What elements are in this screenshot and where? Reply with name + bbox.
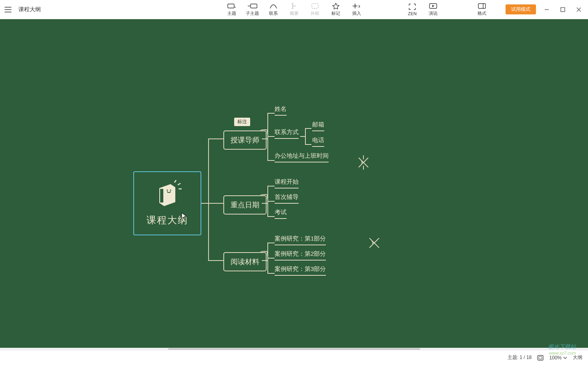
annotation-tag[interactable]: 标注 (234, 118, 250, 126)
window-close[interactable] (573, 4, 585, 16)
window-controls (541, 4, 585, 16)
svg-point-8 (170, 189, 171, 191)
fit-icon (537, 355, 544, 361)
topic-icon (227, 2, 237, 10)
connector (262, 203, 267, 204)
tool-topic[interactable]: 主题 (225, 2, 239, 16)
leaf-contact[interactable]: 联系方式 (275, 128, 299, 139)
fit-to-screen[interactable] (537, 355, 544, 361)
svg-rect-1 (251, 4, 257, 8)
connector (208, 260, 223, 261)
tool-zen[interactable]: ZEN (405, 3, 419, 16)
leaf-phone[interactable]: 电话 (312, 136, 324, 147)
book-icon (151, 180, 183, 208)
window-minimize[interactable] (541, 4, 553, 16)
tool-marker[interactable]: 标记 (329, 2, 343, 16)
summary-icon (289, 2, 299, 10)
tool-format[interactable]: 格式 (475, 2, 489, 16)
document-title: 课程大纲 (18, 6, 41, 13)
connector (262, 138, 267, 139)
connector (300, 136, 305, 137)
connector (267, 243, 275, 243)
boundary-icon (310, 2, 320, 10)
connector (267, 136, 275, 137)
status-topic-count: 主题: 1 / 18 (508, 354, 532, 361)
menu-icon (4, 6, 12, 13)
toolbar-tools-right: ZEN 演说 格式 试用模式 (405, 2, 536, 16)
mindmap-board[interactable]: 课程大纲 标注 授课导师 重点日期 阅读材料 姓名 联系方式 邮箱 电话 办公地… (0, 19, 588, 350)
status-bar: 主题: 1 / 18 100% 大纲 (0, 350, 588, 365)
connector (267, 273, 275, 274)
toolbar: 课程大纲 主题 子主题 联系 概要 外框 标记 插入 (0, 0, 588, 19)
central-topic[interactable]: 课程大纲 (133, 171, 201, 235)
svg-point-7 (167, 189, 168, 191)
branch-dates[interactable]: 重点日期 (223, 195, 267, 215)
chevron-down-icon (563, 356, 567, 359)
sparkle-icon (367, 236, 381, 250)
connector (267, 113, 275, 114)
central-topic-label: 课程大纲 (146, 214, 188, 227)
status-zoom[interactable]: 100% (549, 355, 567, 361)
connector (208, 138, 209, 261)
svg-rect-9 (538, 355, 543, 360)
leaf-office[interactable]: 办公地址与上班时间 (275, 152, 329, 162)
connector (262, 260, 267, 261)
leaf-email[interactable]: 邮箱 (312, 121, 324, 131)
relation-icon (268, 2, 279, 10)
watermark: 极光下载站 www.xz7.com (548, 343, 576, 355)
leaf-case1[interactable]: 案例研究：第1部分 (275, 235, 326, 245)
leaf-first-tutoring[interactable]: 首次辅导 (275, 193, 299, 204)
marker-icon (331, 2, 341, 10)
insert-icon (351, 2, 362, 10)
svg-rect-0 (228, 4, 234, 8)
connector (267, 216, 275, 217)
svg-rect-4 (478, 4, 486, 8)
branch-reading[interactable]: 阅读材料 (223, 252, 267, 271)
tool-summary: 概要 (287, 2, 301, 16)
svg-rect-6 (160, 189, 163, 203)
tool-subtopic[interactable]: 子主题 (246, 2, 259, 16)
connector (267, 160, 275, 161)
leaf-exam[interactable]: 考试 (275, 209, 287, 219)
connector (267, 113, 268, 161)
svg-rect-2 (312, 4, 318, 8)
branch-instructor[interactable]: 授课导师 (223, 130, 267, 150)
canvas[interactable]: 课程大纲 标注 授课导师 重点日期 阅读材料 姓名 联系方式 邮箱 电话 办公地… (0, 19, 588, 350)
leaf-case3[interactable]: 案例研究：第3部分 (275, 265, 326, 276)
connector (201, 203, 209, 204)
connector (305, 128, 311, 129)
connector (267, 201, 275, 202)
connector (305, 128, 306, 145)
svg-rect-5 (561, 8, 565, 12)
sparkle-icon (356, 155, 371, 170)
connector (208, 138, 223, 139)
connector (267, 258, 275, 259)
tool-boundary: 外框 (308, 2, 322, 16)
hamburger-menu[interactable] (0, 0, 16, 19)
tool-relation[interactable]: 联系 (267, 2, 280, 16)
leaf-name[interactable]: 姓名 (275, 105, 287, 116)
connector (208, 203, 223, 204)
toolbar-tools-center: 主题 子主题 联系 概要 外框 标记 插入 (225, 2, 363, 16)
leaf-course-start[interactable]: 课程开始 (275, 178, 299, 189)
connector (305, 144, 311, 145)
tool-insert[interactable]: 插入 (350, 2, 363, 16)
leaf-case2[interactable]: 案例研究：第2部分 (275, 250, 326, 261)
tool-present[interactable]: 演说 (426, 2, 440, 16)
format-icon (477, 2, 487, 10)
zen-icon (407, 3, 417, 10)
window-maximize[interactable] (557, 4, 569, 16)
trial-mode-button[interactable]: 试用模式 (506, 4, 536, 14)
present-icon (428, 2, 438, 10)
connector (267, 186, 275, 187)
subtopic-icon (247, 2, 258, 10)
